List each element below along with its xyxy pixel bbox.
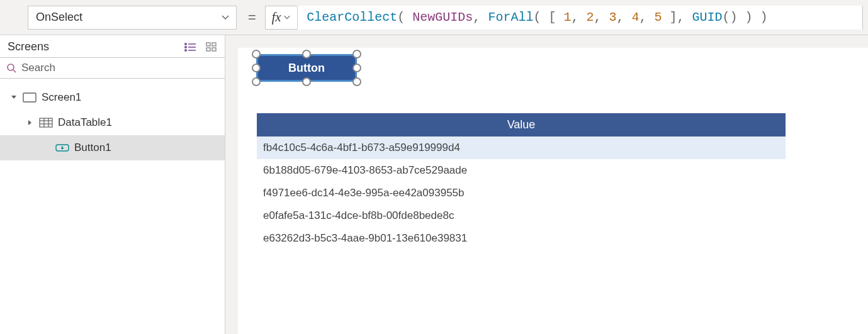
list-view-icon[interactable]: [184, 42, 197, 52]
formula-token: GUID: [692, 10, 723, 25]
tree-item-label: Button1: [74, 142, 111, 154]
svg-point-5: [185, 49, 186, 50]
equals-sign: =: [243, 9, 259, 26]
table-row[interactable]: f4971ee6-dc14-4e3e-995a-ee42a093955b: [257, 182, 786, 204]
tree-header: Screens: [0, 35, 225, 57]
button-control-text: Button: [288, 62, 325, 75]
formula-input[interactable]: ClearCollect( NewGUIDs, ForAll( [ 1, 2, …: [298, 6, 862, 30]
formula-token: 5: [655, 10, 662, 25]
table-row[interactable]: e63262d3-b5c3-4aae-9b01-13e610e39831: [257, 227, 786, 250]
formula-token: ForAll: [488, 10, 533, 25]
search-icon: [6, 63, 16, 73]
svg-point-10: [8, 64, 14, 70]
table-row[interactable]: fb4c10c5-4c6a-4bf1-b673-a59e919999d4: [257, 136, 786, 159]
canvas-sheet: Button Value fb4c10c5-4c6a-4bf1-b673-a59…: [238, 48, 868, 334]
formula-token: ( [: [533, 10, 563, 25]
formula-token: 1: [563, 10, 571, 25]
tree-item-datatable1[interactable]: DataTable1: [0, 110, 225, 135]
svg-rect-6: [206, 43, 210, 46]
formula-token: 2: [586, 10, 594, 25]
collapse-icon[interactable]: [10, 94, 18, 101]
search-input[interactable]: Search: [0, 57, 225, 79]
main-area: Screens: [0, 35, 868, 334]
formula-token: NewGUIDs: [412, 10, 473, 25]
resize-handle[interactable]: [252, 77, 261, 86]
tree-item-label: Screen1: [42, 91, 81, 104]
screen-icon: [23, 92, 37, 103]
chevron-down-icon: [221, 13, 230, 22]
formula-token: ,: [594, 10, 609, 25]
formula-bar: OnSelect = fx ClearCollect( NewGUIDs, Fo…: [0, 0, 868, 35]
property-dropdown[interactable]: OnSelect: [28, 6, 237, 30]
grid-view-icon[interactable]: [206, 42, 217, 52]
formula-token: ,: [616, 10, 631, 25]
svg-rect-12: [23, 93, 36, 102]
property-name: OnSelect: [36, 11, 82, 24]
formula-token: ClearCollect: [307, 10, 397, 25]
resize-handle[interactable]: [352, 64, 361, 72]
resize-handle[interactable]: [302, 77, 311, 86]
formula-token: 3: [609, 10, 616, 25]
tree-item-label: DataTable1: [58, 116, 112, 129]
canvas[interactable]: Button Value fb4c10c5-4c6a-4bf1-b673-a59…: [225, 35, 868, 334]
svg-line-11: [13, 70, 16, 72]
table-icon: [39, 118, 53, 128]
formula-token: ,: [571, 10, 586, 25]
formula-token: (: [397, 10, 412, 25]
tree-title: Screens: [8, 40, 49, 53]
resize-handle[interactable]: [252, 50, 261, 58]
button-icon: [55, 143, 69, 153]
expand-icon[interactable]: [26, 120, 34, 126]
svg-point-1: [185, 43, 186, 44]
svg-rect-13: [40, 118, 52, 127]
resize-handle[interactable]: [352, 50, 361, 58]
formula-token: () ) ): [723, 10, 768, 25]
fx-dropdown[interactable]: fx: [266, 6, 298, 30]
tree: Screen1 DataTable1: [0, 82, 225, 160]
svg-rect-7: [212, 43, 216, 46]
resize-handle[interactable]: [302, 50, 311, 58]
table-row[interactable]: 6b188d05-679e-4103-8653-ab7ce529aade: [257, 159, 786, 182]
data-table[interactable]: Value fb4c10c5-4c6a-4bf1-b673-a59e919999…: [257, 113, 786, 250]
search-placeholder: Search: [21, 62, 55, 74]
svg-rect-9: [212, 48, 216, 51]
tree-panel: Screens: [0, 35, 225, 334]
fx-icon: fx: [272, 10, 281, 25]
chevron-down-icon: [283, 14, 291, 21]
formula-token: 4: [632, 10, 640, 25]
formula-token: ,: [473, 10, 488, 25]
svg-rect-8: [206, 48, 210, 51]
formula-token: ],: [662, 10, 692, 25]
resize-handle[interactable]: [252, 64, 261, 72]
formula-token: ,: [640, 10, 655, 25]
tree-item-screen1[interactable]: Screen1: [0, 85, 225, 110]
table-header-value[interactable]: Value: [257, 113, 786, 136]
table-row[interactable]: e0fafe5a-131c-4dce-bf8b-00fde8bede8c: [257, 204, 786, 227]
resize-handle[interactable]: [352, 77, 361, 86]
tree-item-button1[interactable]: Button1: [0, 135, 225, 160]
svg-point-3: [185, 46, 186, 47]
